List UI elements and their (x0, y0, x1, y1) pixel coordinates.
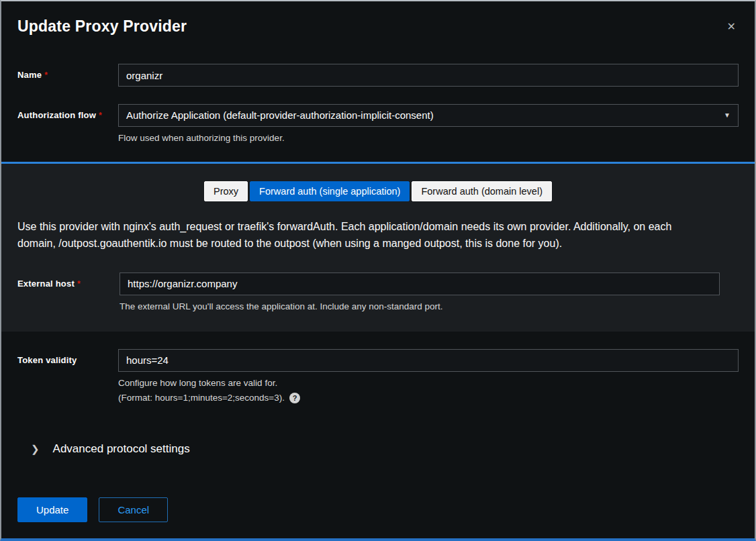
help-icon[interactable]: ? (289, 393, 300, 403)
external-host-help: The external URL you'll access the appli… (120, 301, 720, 311)
proxy-mode-panel: Proxy Forward auth (single application) … (1, 164, 755, 332)
name-input[interactable] (118, 64, 739, 87)
required-asterisk: * (99, 111, 102, 120)
name-label: Name* (17, 64, 118, 80)
external-host-input[interactable] (120, 273, 720, 295)
token-validity-row: Token validity Configure how long tokens… (1, 349, 755, 403)
external-host-row: External host* The external URL you'll a… (17, 273, 739, 311)
advanced-protocol-settings-expander[interactable]: ❯ Advanced protocol settings (1, 442, 755, 456)
authorization-flow-label: Authorization flow* (17, 104, 118, 120)
toggle-proxy[interactable]: Proxy (204, 181, 248, 201)
name-field-row: Name* (1, 64, 755, 87)
token-validity-help: Configure how long tokens are valid for. (118, 378, 739, 388)
token-validity-format-help: (Format: hours=1;minutes=2;seconds=3). ? (118, 393, 739, 403)
proxy-mode-toggle-group: Proxy Forward auth (single application) … (17, 181, 739, 201)
authorization-flow-help: Flow used when authorizing this provider… (118, 133, 739, 143)
close-icon[interactable]: ✕ (724, 19, 739, 35)
token-validity-label: Token validity (17, 349, 118, 365)
required-asterisk: * (77, 279, 81, 289)
authorization-flow-row: Authorization flow* Authorize Applicatio… (1, 104, 755, 143)
advanced-protocol-settings-label: Advanced protocol settings (53, 442, 190, 456)
token-validity-input[interactable] (118, 349, 739, 372)
update-proxy-provider-modal: Update Proxy Provider ✕ Name* Authorizat… (0, 0, 756, 541)
toggle-forward-auth-single[interactable]: Forward auth (single application) (250, 181, 410, 201)
authorization-flow-select[interactable]: Authorize Application (default-provider-… (118, 104, 739, 127)
modal-header: Update Proxy Provider ✕ (1, 1, 755, 36)
modal-title: Update Proxy Provider (17, 17, 187, 36)
toggle-forward-auth-domain[interactable]: Forward auth (domain level) (412, 181, 552, 201)
forward-auth-description: Use this provider with nginx's auth_requ… (17, 219, 709, 252)
external-host-label: External host* (17, 273, 120, 289)
chevron-right-icon: ❯ (31, 444, 40, 454)
update-button[interactable]: Update (17, 497, 87, 522)
cancel-button[interactable]: Cancel (99, 497, 168, 522)
required-asterisk: * (44, 70, 48, 80)
modal-footer: Update Cancel (1, 497, 755, 522)
